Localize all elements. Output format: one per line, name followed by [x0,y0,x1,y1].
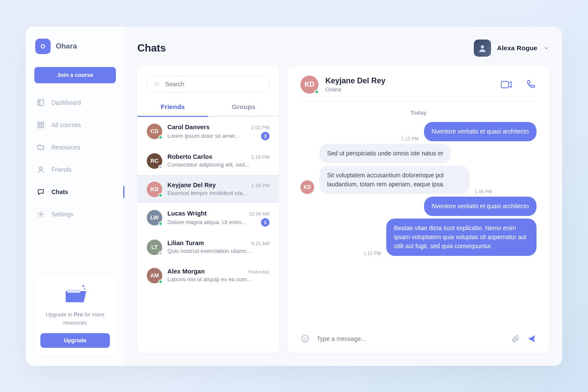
chat-icon [37,188,45,196]
chat-name: Lilian Turam [167,240,204,246]
status-indicator [315,90,319,94]
folder-illustration-icon [62,283,88,305]
sidebar-item-friends[interactable]: Friends [34,162,116,177]
sidebar-item-all-courses[interactable]: All courses [34,118,116,132]
message-row: Sed ut perspiciatis unde omnis iste natu… [300,144,536,163]
avatar: KD [300,180,314,194]
sidebar-item-settings[interactable]: Settings [34,207,116,222]
send-button[interactable] [527,334,536,343]
chat-preview: Dolore magna aliqua. Ut enim... [167,219,246,225]
status-indicator [158,193,163,198]
upgrade-card: Upgrade to Pro for more resources Upgrad… [34,275,116,356]
chat-name: Alex Morgan [167,268,205,275]
avatar: KD [147,182,162,197]
message-row: 1.12 PMNventore veritatis et quasi archi… [300,122,536,141]
avatar: RC [147,153,162,169]
sidebar-item-dashboard[interactable]: Dashboard [34,95,116,110]
unread-badge: 3 [261,132,270,140]
avatar [474,40,491,57]
sidebar-item-label: Settings [52,211,73,218]
topbar: Chats Alexa Rogue [137,40,549,57]
paperclip-icon [511,334,520,343]
emoji-icon [300,334,310,343]
chat-item[interactable]: RC Roberto Carlos 1.18 PM Consectetur ad… [137,146,279,175]
message-input[interactable] [317,335,504,342]
sidebar-item-label: All courses [52,122,81,128]
user-menu[interactable]: Alexa Rogue [474,40,549,57]
status-indicator [158,251,163,255]
user-name: Alexa Rogue [497,44,537,52]
status-indicator [158,165,163,169]
join-course-button[interactable]: Join a course [34,67,116,83]
tab-friends[interactable]: Friends [137,99,208,117]
page-title: Chats [137,42,166,54]
message-row: Nventore veritatis et quasi architecto [300,197,536,216]
tab-groups[interactable]: Groups [208,99,279,117]
conversation-panel: KD Keyjane Del Rey Online [288,66,549,353]
video-icon [500,80,512,89]
chat-name: Roberto Carlos [167,153,212,160]
video-call-button[interactable] [500,79,512,91]
avatar: CD [147,124,162,139]
voice-call-button[interactable] [524,79,536,91]
dashboard-icon [37,99,45,106]
message-bubble: Nventore veritatis et quasi architecto [424,197,536,216]
chat-item[interactable]: CD Carol Danvers 2.02 PM Lorem ipsum dol… [137,117,279,146]
conversation-status: Online [325,86,385,93]
message-bubble: Sed ut perspiciatis unde omnis iste natu… [319,144,451,163]
chat-item[interactable]: LW Lucas Wright 10.56 AM Dolore magna al… [137,203,279,233]
gear-icon [37,210,45,218]
message-bubble: Beatae vitae dicta sunt explicabo. Nemo … [386,219,536,256]
grid-icon [37,121,45,129]
phone-icon [525,79,536,90]
attach-button[interactable] [511,334,520,343]
conversation-title: Keyjane Del Rey [325,76,385,85]
status-indicator [158,280,163,284]
chat-list-panel: Friends Groups CD Carol Danvers 2.02 PM … [137,66,279,353]
chat-time: 1.18 PM [251,155,270,160]
sidebar-item-label: Chats [52,188,68,195]
sidebar-item-label: Friends [52,166,72,173]
svg-point-6 [40,213,42,215]
upgrade-button[interactable]: Upgrade [40,333,110,348]
sidebar: O Ohara Join a course Dashboard All cour… [26,27,124,366]
conversation-header: KD Keyjane Del Rey Online [288,66,549,101]
sidebar-item-resources[interactable]: Resources [34,140,116,155]
chat-preview: Quis nostrud exercitation ullamco... [167,248,253,254]
chat-name: Lucas Wright [167,210,207,217]
avatar: AM [147,268,162,283]
chevron-down-icon [543,45,549,51]
chat-item[interactable]: LT Lilian Turam 8.21 AM Quis nostrud exe… [137,233,279,261]
chat-preview: Laboris nisi ut aliquip ex ea com... [167,276,252,283]
message-row: 1.12 PMBeatae vitae dicta sunt explicabo… [300,219,536,256]
svg-rect-4 [42,125,44,128]
svg-point-11 [303,337,304,338]
message-row: KDSit voluptatem accusantium doloremque … [300,166,536,194]
chat-item[interactable]: AM Alex Morgan Yesterday Laboris nisi ut… [137,261,279,289]
unread-badge: 1 [261,218,270,227]
upgrade-text: Upgrade to Pro for more resources [40,311,110,327]
chat-name: Carol Danvers [167,124,209,131]
search-field[interactable] [165,81,262,88]
svg-point-8 [155,82,158,85]
brand-name: Ohara [56,42,77,51]
emoji-button[interactable] [300,334,310,343]
message-time: 1.12 PM [401,136,419,141]
status-indicator [158,135,163,140]
user-icon [37,166,45,173]
search-input[interactable] [147,76,270,93]
main-area: Chats Alexa Rogue Friends [124,27,562,366]
chat-time: Yesterday [248,269,270,274]
avatar: KD [300,76,318,94]
chat-time: 8.21 AM [252,241,270,246]
chat-preview: Consectetur adipiscing elit, sed... [167,161,249,168]
sidebar-item-chats[interactable]: Chats [34,185,116,199]
sidebar-item-label: Resources [52,144,80,151]
chat-time: 10.56 AM [249,211,270,216]
send-icon [527,334,536,343]
message-bubble: Nventore veritatis et quasi architecto [424,122,536,141]
sidebar-item-label: Dashboard [52,99,81,106]
chat-item[interactable]: KD Keyjane Del Rey 1.18 PM Eiusmod tempo… [137,175,279,203]
composer [288,328,549,353]
status-indicator [158,222,163,226]
